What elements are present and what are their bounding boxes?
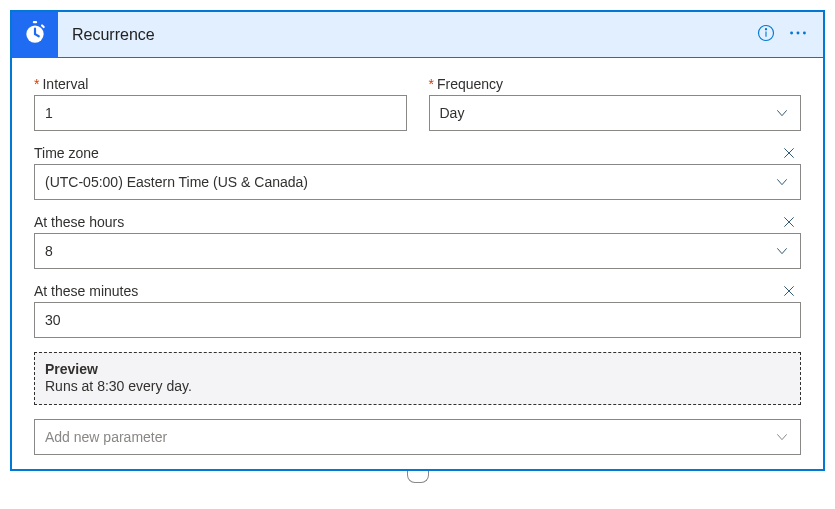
hours-field-group: At these hours 8	[34, 214, 801, 269]
minutes-label-row: At these minutes	[34, 283, 801, 299]
interval-value: 1	[45, 105, 396, 121]
chevron-down-icon	[774, 243, 790, 259]
timezone-label: Time zone	[34, 145, 99, 161]
connector-shape	[407, 471, 429, 483]
add-parameter-select[interactable]: Add new parameter	[34, 419, 801, 455]
minutes-label: At these minutes	[34, 283, 138, 299]
remove-timezone-icon[interactable]	[777, 145, 801, 161]
frequency-label-text: Frequency	[437, 76, 503, 92]
card-body: * Interval 1 * Frequency Day	[12, 58, 823, 469]
preview-title: Preview	[45, 361, 790, 377]
recurrence-card: Recurrence * Interval 1 *	[10, 10, 825, 471]
timezone-field-group: Time zone (UTC-05:00) Eastern Time (US &…	[34, 145, 801, 200]
flow-connector	[10, 471, 825, 483]
hours-value: 8	[45, 243, 774, 259]
chevron-down-icon	[774, 105, 790, 121]
frequency-label: * Frequency	[429, 76, 802, 92]
chevron-down-icon	[774, 429, 790, 445]
svg-rect-1	[33, 21, 37, 23]
preview-box: Preview Runs at 8:30 every day.	[34, 352, 801, 405]
svg-point-7	[803, 32, 806, 35]
interval-label: * Interval	[34, 76, 407, 92]
card-title: Recurrence	[58, 26, 757, 44]
frequency-value: Day	[440, 105, 775, 121]
minutes-input[interactable]: 30	[34, 302, 801, 338]
remove-minutes-icon[interactable]	[777, 283, 801, 299]
minutes-value: 30	[45, 312, 790, 328]
frequency-field-group: * Frequency Day	[429, 76, 802, 131]
chevron-down-icon	[774, 174, 790, 190]
required-marker: *	[429, 76, 434, 92]
timezone-value: (UTC-05:00) Eastern Time (US & Canada)	[45, 174, 774, 190]
interval-frequency-row: * Interval 1 * Frequency Day	[34, 76, 801, 131]
preview-text: Runs at 8:30 every day.	[45, 378, 790, 394]
hours-select[interactable]: 8	[34, 233, 801, 269]
svg-point-4	[765, 29, 766, 30]
remove-hours-icon[interactable]	[777, 214, 801, 230]
clock-icon	[22, 20, 48, 49]
minutes-field-group: At these minutes 30	[34, 283, 801, 338]
info-icon[interactable]	[757, 24, 775, 45]
svg-point-6	[797, 32, 800, 35]
interval-input[interactable]: 1	[34, 95, 407, 131]
add-parameter-placeholder: Add new parameter	[45, 429, 774, 445]
interval-field-group: * Interval 1	[34, 76, 407, 131]
svg-point-5	[790, 32, 793, 35]
more-icon[interactable]	[787, 22, 809, 47]
recurrence-icon-box	[12, 12, 58, 58]
frequency-select[interactable]: Day	[429, 95, 802, 131]
hours-label: At these hours	[34, 214, 124, 230]
timezone-label-row: Time zone	[34, 145, 801, 161]
interval-label-text: Interval	[42, 76, 88, 92]
timezone-select[interactable]: (UTC-05:00) Eastern Time (US & Canada)	[34, 164, 801, 200]
required-marker: *	[34, 76, 39, 92]
header-actions	[757, 22, 823, 47]
hours-label-row: At these hours	[34, 214, 801, 230]
card-header: Recurrence	[12, 12, 823, 58]
